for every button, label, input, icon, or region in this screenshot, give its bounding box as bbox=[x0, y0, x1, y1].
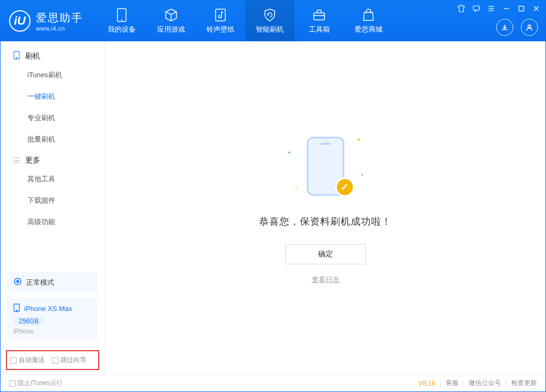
group-title: 更多 bbox=[25, 156, 40, 165]
app-url: www.i4.cn bbox=[36, 25, 83, 32]
sparkle-icon: ✦ bbox=[287, 150, 291, 156]
storage-badge: 256GB bbox=[13, 317, 44, 326]
svg-rect-10 bbox=[519, 6, 524, 11]
device-type: iPhone bbox=[13, 328, 92, 335]
version-label: V8.16 bbox=[418, 380, 435, 387]
sidebar-item-one-click-flash[interactable]: 一键刷机 bbox=[1, 86, 105, 107]
separator: | bbox=[463, 380, 464, 387]
separator: | bbox=[505, 380, 507, 387]
phone-icon bbox=[114, 8, 129, 23]
feedback-icon[interactable] bbox=[471, 4, 481, 13]
svg-point-15 bbox=[16, 57, 17, 58]
sidebar-group-more: ☰ 更多 bbox=[1, 150, 105, 168]
sidebar-item-other-tools[interactable]: 其他工具 bbox=[1, 168, 105, 190]
tab-store[interactable]: 爱思商城 bbox=[344, 1, 393, 41]
mode-icon bbox=[13, 277, 22, 287]
checkbox-label: 跳过向导 bbox=[61, 356, 86, 365]
sidebar-item-batch-flash[interactable]: 批量刷机 bbox=[1, 129, 105, 150]
user-button[interactable] bbox=[521, 19, 538, 36]
sidebar-item-download-firmware[interactable]: 下载固件 bbox=[1, 190, 105, 211]
sidebar-item-pro-flash[interactable]: 专业刷机 bbox=[1, 107, 105, 129]
sidebar-scroll: 刷机 iTunes刷机 一键刷机 专业刷机 批量刷机 ☰ 更多 其他工具 下载固… bbox=[1, 41, 105, 267]
window-controls bbox=[456, 4, 541, 13]
main-content: ✦ ✦ ✦ ✦ ✓ 恭喜您，保资料刷机成功啦！ 确定 查看日志 bbox=[105, 41, 545, 374]
checkbox-icon bbox=[52, 357, 58, 364]
svg-point-19 bbox=[16, 310, 17, 311]
sidebar-item-advanced[interactable]: 高级功能 bbox=[1, 211, 105, 233]
svg-point-17 bbox=[17, 280, 19, 283]
footer: 阻止iTunes运行 V8.16 | 客服 | 微信公众号 | 检查更新 bbox=[1, 374, 545, 391]
tab-ringtone-wallpaper[interactable]: 铃声壁纸 bbox=[196, 1, 245, 41]
maximize-button[interactable] bbox=[517, 4, 526, 13]
auto-options-highlight: 自动激活 跳过向导 bbox=[6, 350, 99, 370]
svg-point-13 bbox=[528, 25, 530, 27]
view-log-link[interactable]: 查看日志 bbox=[312, 275, 340, 285]
skip-guide-checkbox[interactable]: 跳过向导 bbox=[52, 356, 86, 365]
header-actions bbox=[496, 19, 538, 36]
tab-label: 应用游戏 bbox=[157, 25, 185, 34]
menu-lines-icon[interactable] bbox=[486, 4, 496, 13]
auto-activate-checkbox[interactable]: 自动激活 bbox=[10, 356, 45, 365]
svg-rect-3 bbox=[314, 13, 324, 20]
device-name: iPhone XS Max bbox=[24, 305, 72, 313]
tab-my-device[interactable]: 我的设备 bbox=[97, 1, 146, 41]
footer-left: 阻止iTunes运行 bbox=[9, 379, 63, 388]
device-cards: 正常模式 iPhone XS Max 256GB iPhone bbox=[1, 267, 105, 346]
success-message: 恭喜您，保资料刷机成功啦！ bbox=[259, 215, 392, 228]
download-button[interactable] bbox=[496, 19, 513, 36]
tab-label: 我的设备 bbox=[108, 25, 136, 34]
sidebar-item-itunes-flash[interactable]: iTunes刷机 bbox=[1, 64, 105, 86]
svg-point-1 bbox=[121, 19, 122, 20]
top-tabs: 我的设备 应用游戏 铃声壁纸 智能刷机 工具箱 爱思商城 bbox=[97, 1, 393, 41]
tab-smart-flash[interactable]: 智能刷机 bbox=[245, 1, 294, 41]
tab-label: 铃声壁纸 bbox=[206, 25, 234, 34]
footer-link-wechat[interactable]: 微信公众号 bbox=[469, 379, 501, 388]
toolbox-icon bbox=[312, 8, 327, 23]
tab-apps-games[interactable]: 应用游戏 bbox=[146, 1, 196, 41]
checkbox-icon bbox=[9, 380, 16, 387]
sidebar: 刷机 iTunes刷机 一键刷机 专业刷机 批量刷机 ☰ 更多 其他工具 下载固… bbox=[1, 41, 105, 374]
shirt-icon[interactable] bbox=[456, 4, 466, 13]
ok-button[interactable]: 确定 bbox=[285, 244, 366, 264]
body: 刷机 iTunes刷机 一键刷机 专业刷机 批量刷机 ☰ 更多 其他工具 下载固… bbox=[1, 41, 545, 374]
checkbox-label: 阻止iTunes运行 bbox=[18, 379, 63, 388]
sparkle-icon: ✦ bbox=[360, 173, 364, 177]
mode-card[interactable]: 正常模式 bbox=[7, 272, 98, 293]
svg-rect-5 bbox=[474, 6, 479, 10]
device-icon bbox=[12, 51, 21, 61]
footer-link-support[interactable]: 客服 bbox=[446, 379, 459, 388]
app-window: iU 爱思助手 www.i4.cn 我的设备 应用游戏 铃声壁纸 智能刷机 bbox=[0, 0, 546, 392]
logo-icon: iU bbox=[9, 10, 31, 32]
tab-label: 智能刷机 bbox=[256, 25, 284, 34]
menu-icon: ☰ bbox=[12, 156, 21, 165]
phone-small-icon bbox=[13, 304, 20, 314]
check-badge-icon: ✓ bbox=[335, 177, 355, 197]
sidebar-group-flash: 刷机 bbox=[1, 46, 105, 64]
sparkle-icon: ✦ bbox=[357, 137, 361, 143]
shopping-bag-icon bbox=[361, 8, 376, 23]
tab-toolbox[interactable]: 工具箱 bbox=[294, 1, 344, 41]
success-illustration: ✦ ✦ ✦ ✦ ✓ bbox=[277, 131, 374, 201]
cube-icon bbox=[164, 8, 179, 23]
app-name: 爱思助手 bbox=[36, 11, 83, 25]
svg-rect-2 bbox=[216, 9, 225, 21]
logo-area: iU 爱思助手 www.i4.cn bbox=[1, 10, 97, 32]
device-card[interactable]: iPhone XS Max 256GB iPhone bbox=[7, 298, 98, 341]
tab-label: 爱思商城 bbox=[355, 25, 382, 34]
separator: | bbox=[440, 380, 441, 387]
tab-label: 工具箱 bbox=[309, 25, 330, 34]
block-itunes-checkbox[interactable]: 阻止iTunes运行 bbox=[9, 379, 63, 388]
music-note-icon bbox=[213, 8, 228, 23]
logo-text: 爱思助手 www.i4.cn bbox=[36, 11, 83, 32]
mode-label: 正常模式 bbox=[26, 278, 54, 287]
close-button[interactable] bbox=[532, 4, 541, 13]
footer-right: V8.16 | 客服 | 微信公众号 | 检查更新 bbox=[418, 379, 537, 388]
checkbox-icon bbox=[10, 357, 17, 364]
minimize-button[interactable] bbox=[501, 4, 511, 13]
checkbox-label: 自动激活 bbox=[19, 356, 45, 365]
group-title: 刷机 bbox=[25, 51, 40, 61]
footer-link-update[interactable]: 检查更新 bbox=[511, 379, 537, 388]
shield-refresh-icon bbox=[262, 8, 277, 23]
sparkle-icon: ✦ bbox=[294, 187, 298, 191]
header: iU 爱思助手 www.i4.cn 我的设备 应用游戏 铃声壁纸 智能刷机 bbox=[1, 1, 545, 41]
